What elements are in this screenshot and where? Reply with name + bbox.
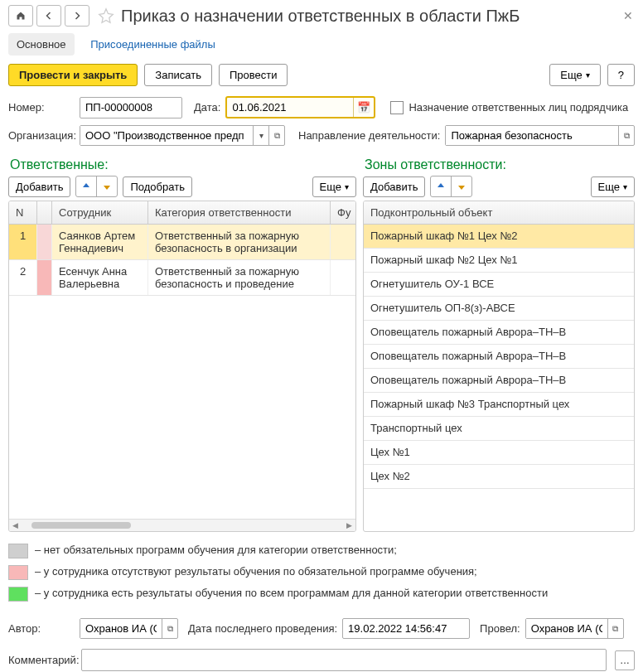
table-row[interactable]: Оповещатель пожарный Аврора–ТН–В (364, 345, 634, 369)
responsible-panel-title: Ответственные: (8, 152, 356, 176)
tab-attachments[interactable]: Присоединенные файлы (82, 33, 224, 56)
cell-object: Транспортный цех (364, 417, 634, 440)
org-select: ▾ ⧉ (80, 125, 285, 146)
legend-item: – у сотрудника есть результаты обучения … (8, 587, 635, 602)
more-label: Еще (560, 69, 582, 81)
more-label: Еще (320, 181, 341, 193)
legend: – нет обязательных программ обучения для… (0, 535, 643, 612)
nav-forward-button[interactable] (65, 5, 89, 27)
open-icon[interactable]: ⧉ (162, 619, 177, 638)
responsible-more-button[interactable]: Еще ▾ (312, 176, 356, 197)
col-fu[interactable]: Фу (331, 201, 355, 224)
arrow-up-icon (436, 181, 446, 191)
legend-text: – у сотрудника отсутствуют результаты об… (35, 565, 477, 578)
col-n[interactable]: N (9, 201, 37, 224)
table-header: Подконтрольный объект (364, 201, 634, 225)
more-button[interactable]: Еще ▾ (549, 64, 600, 86)
zones-more-button[interactable]: Еще ▾ (591, 176, 635, 197)
star-icon[interactable] (98, 7, 114, 24)
nav-back-button[interactable] (36, 5, 61, 27)
scrollbar-thumb[interactable] (31, 522, 131, 529)
legend-text: – нет обязательных программ обучения для… (35, 544, 397, 556)
last-post-field[interactable] (342, 618, 470, 639)
write-button[interactable]: Записать (144, 64, 212, 86)
legend-swatch (8, 544, 28, 558)
home-button[interactable] (8, 5, 33, 27)
post-button[interactable]: Провести (219, 64, 288, 86)
comment-expand-button[interactable]: … (615, 650, 635, 670)
number-field[interactable] (80, 97, 182, 118)
move-down-button[interactable] (97, 176, 117, 196)
cell-n: 2 (9, 260, 37, 295)
responsible-pick-button[interactable]: Подобрать (123, 176, 191, 197)
scroll-right-icon: ▶ (346, 521, 352, 529)
col-employee[interactable]: Сотрудник (52, 201, 148, 224)
table-row[interactable]: Цех №1 (364, 441, 634, 465)
contractor-checkbox-label: Назначение ответственных лиц подрядчика (409, 101, 628, 114)
cell-fu (331, 225, 355, 259)
responsible-table: N Сотрудник Категория ответственности Фу… (8, 201, 356, 532)
cell-object: Оповещатель пожарный Аврора–ТН–В (364, 321, 634, 344)
open-icon[interactable]: ⧉ (268, 126, 284, 145)
col-object[interactable]: Подконтрольный объект (364, 201, 634, 224)
move-up-button[interactable] (431, 176, 452, 196)
table-row[interactable]: Пожарный шкаф №1 Цех №2 (364, 225, 634, 249)
posted-by-select: ⧉ (525, 618, 624, 639)
table-row[interactable]: Оповещатель пожарный Аврора–ТН–В (364, 369, 634, 393)
table-row[interactable]: Цех №2 (364, 465, 634, 489)
zones-table: Подконтрольный объект Пожарный шкаф №1 Ц… (363, 201, 635, 532)
contractor-checkbox-wrapper[interactable]: Назначение ответственных лиц подрядчика (390, 101, 628, 114)
col-category[interactable]: Категория ответственности (148, 201, 331, 224)
table-row[interactable]: Огнетушитель ОП-8(з)-АВСЕ (364, 297, 634, 321)
page-title: Приказ о назначении ответственных в обла… (121, 7, 520, 26)
author-select: ⧉ (80, 618, 178, 639)
move-up-button[interactable] (76, 176, 97, 196)
post-and-close-button[interactable]: Провести и закрыть (8, 64, 138, 86)
close-button[interactable]: ✕ (621, 9, 635, 22)
help-button[interactable]: ? (607, 64, 635, 86)
date-field[interactable] (227, 98, 353, 117)
dropdown-icon[interactable]: ▾ (253, 126, 268, 145)
org-label: Организация: (8, 129, 75, 142)
tab-main[interactable]: Основное (8, 33, 75, 56)
arrow-down-icon (457, 181, 467, 191)
col-flag[interactable] (37, 201, 52, 224)
last-post-label: Дата последнего проведения: (188, 622, 337, 635)
open-icon[interactable]: ⧉ (607, 619, 623, 638)
cell-object: Оповещатель пожарный Аврора–ТН–В (364, 345, 634, 368)
more-label: Еще (598, 181, 620, 193)
horizontal-scrollbar[interactable]: ◀ ▶ (9, 519, 355, 531)
table-row[interactable]: Транспортный цех (364, 417, 634, 441)
calendar-icon[interactable]: 📅 (353, 98, 374, 117)
org-field[interactable] (80, 126, 253, 145)
open-icon[interactable]: ⧉ (618, 126, 634, 145)
table-row[interactable]: Огнетушитель ОУ-1 ВСЕ (364, 273, 634, 297)
date-label: Дата: (194, 101, 220, 114)
chevron-down-icon: ▾ (623, 182, 627, 191)
cell-employee: Есенчук Анна Валерьевна (52, 260, 148, 295)
move-down-button[interactable] (452, 176, 471, 196)
cell-object: Пожарный шкаф №2 Цех №1 (364, 249, 634, 272)
status-flag (37, 260, 52, 295)
table-row[interactable]: Пожарный шкаф №3 Транспортный цех (364, 393, 634, 417)
author-field[interactable] (80, 619, 162, 638)
table-row[interactable]: Пожарный шкаф №2 Цех №1 (364, 249, 634, 273)
move-buttons (75, 176, 118, 197)
zones-add-button[interactable]: Добавить (363, 176, 425, 197)
posted-by-field[interactable] (526, 619, 607, 638)
responsible-add-button[interactable]: Добавить (8, 176, 70, 197)
table-row[interactable]: 1Саянков Артем ГеннадиевичОтветственный … (9, 225, 355, 260)
cell-fu (331, 260, 355, 295)
cell-object: Пожарный шкаф №3 Транспортный цех (364, 393, 634, 416)
home-icon (16, 11, 26, 21)
activity-field[interactable] (446, 126, 618, 145)
activity-label: Направление деятельности: (298, 129, 440, 142)
legend-text: – у сотрудника есть результаты обучения … (35, 587, 548, 599)
status-flag (37, 225, 52, 259)
date-field-wrapper: 📅 (225, 96, 375, 118)
comment-field[interactable] (81, 649, 607, 671)
cell-object: Оповещатель пожарный Аврора–ТН–В (364, 369, 634, 392)
table-row[interactable]: Оповещатель пожарный Аврора–ТН–В (364, 321, 634, 345)
table-row[interactable]: 2Есенчук Анна ВалерьевнаОтветственный за… (9, 260, 355, 296)
arrow-left-icon (44, 11, 54, 21)
